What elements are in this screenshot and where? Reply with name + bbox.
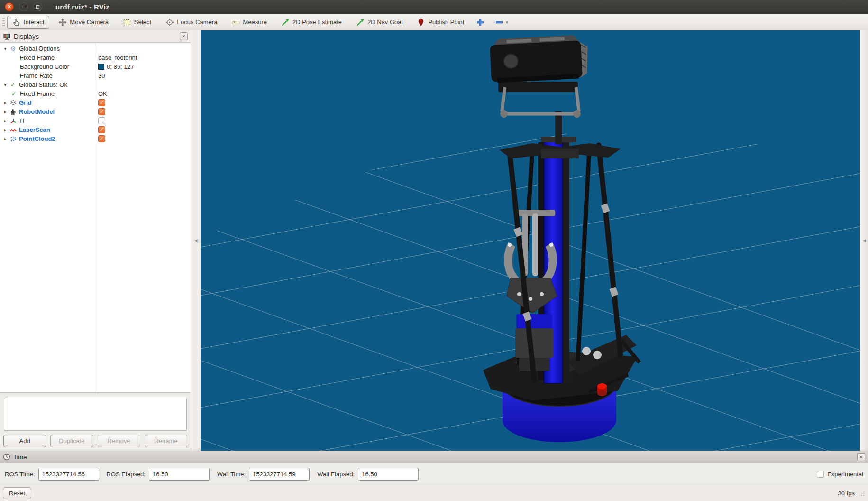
panel-close-button[interactable]: ✕	[180, 32, 188, 40]
duplicate-button[interactable]: Duplicate	[50, 435, 93, 447]
displays-tree: ▾ ⚙ Global Options Fixed Frame base_foot…	[0, 43, 191, 393]
time-panel-header[interactable]: Time ✕	[0, 451, 868, 463]
tool-label: 2D Nav Goal	[367, 19, 402, 26]
tool-label: Measure	[243, 19, 267, 26]
3d-viewport[interactable]	[201, 30, 860, 451]
property-value[interactable]: 30	[98, 72, 105, 79]
expander-icon[interactable]: ▸	[2, 127, 9, 132]
tree-column-divider[interactable]	[95, 43, 95, 392]
window-minimize-button[interactable]: −	[19, 2, 28, 11]
tree-row-frame-rate[interactable]: Frame Rate 30	[0, 71, 191, 80]
expander-icon[interactable]: ▾	[2, 46, 9, 51]
check-icon: ✓	[100, 127, 104, 132]
tree-row-robotmodel[interactable]: ▸ RobotModel ✓	[0, 107, 191, 116]
main-area: Displays ✕ ▾ ⚙ Global Options Fixed Fram…	[0, 30, 868, 451]
close-icon: ✕	[182, 34, 185, 39]
tf-checkbox[interactable]: ✓	[98, 117, 105, 124]
window-title: urdf.rviz* - RViz	[55, 3, 110, 11]
grid-checkbox[interactable]: ✓	[98, 99, 105, 106]
tree-row-global-status[interactable]: ▾ ✓ Global Status: Ok	[0, 80, 191, 89]
robot-model	[483, 34, 640, 442]
minimize-icon: −	[22, 4, 25, 9]
close-icon: ✕	[7, 4, 11, 9]
tool-2d-nav-goal[interactable]: 2D Nav Goal	[351, 16, 408, 29]
pointcloud2-checkbox[interactable]: ✓	[98, 135, 105, 142]
expander-icon[interactable]: ▸	[2, 100, 9, 105]
toolbar-drag-handle[interactable]	[2, 18, 5, 27]
fps-indicator: 30 fps	[838, 490, 865, 497]
tree-row-fixed-frame[interactable]: Fixed Frame base_footprint	[0, 53, 191, 62]
map-pin-icon	[417, 18, 425, 27]
title-bar: ✕ − urdf.rviz* - RViz	[0, 0, 868, 14]
robotmodel-checkbox[interactable]: ✓	[98, 108, 105, 115]
move-arrows-icon	[58, 18, 67, 27]
expander-icon[interactable]: ▸	[2, 118, 9, 123]
expander-icon[interactable]: ▾	[2, 82, 9, 87]
rviz-window: ✕ − urdf.rviz* - RViz Interact Move Came…	[0, 0, 868, 501]
time-panel-title: Time	[13, 454, 27, 461]
remove-tool-button[interactable]: ▾	[492, 16, 511, 28]
status-check-icon: ✓	[9, 81, 18, 88]
reset-button[interactable]: Reset	[3, 487, 31, 499]
toolbar: Interact Move Camera Select Focus Camera…	[0, 14, 868, 30]
tree-row-tf[interactable]: ▸ TF ✓	[0, 116, 191, 125]
tool-interact[interactable]: Interact	[7, 16, 49, 29]
check-icon: ✓	[100, 100, 104, 105]
add-button[interactable]: Add	[3, 435, 46, 447]
tool-label: Publish Point	[428, 19, 464, 26]
wall-time-input[interactable]	[249, 468, 310, 481]
window-close-button[interactable]: ✕	[5, 2, 14, 11]
resize-grip[interactable]	[859, 490, 865, 497]
tree-row-laserscan[interactable]: ▸ LaserScan ✓	[0, 125, 191, 134]
status-check-icon: ✓	[9, 90, 18, 97]
add-tool-button[interactable]	[473, 16, 487, 28]
time-panel-close-button[interactable]: ✕	[857, 453, 865, 461]
property-value: OK	[98, 90, 107, 97]
tool-label: Interact	[24, 19, 44, 26]
ros-elapsed-input[interactable]	[149, 468, 210, 481]
check-icon: ✓	[100, 109, 104, 114]
tool-focus-camera[interactable]: Focus Camera	[160, 16, 222, 29]
color-swatch[interactable]	[98, 64, 104, 70]
ros-time-field: ROS Time:	[5, 468, 99, 481]
tool-label: Select	[134, 19, 151, 26]
expander-icon[interactable]: ▸	[2, 109, 9, 114]
tree-row-status-fixed-frame[interactable]: ✓ Fixed Frame OK	[0, 89, 191, 98]
displays-panel-header[interactable]: Displays ✕	[0, 30, 191, 43]
property-value[interactable]: base_footprint	[98, 54, 137, 61]
tree-row-pointcloud2[interactable]: ▸ PointCloud2 ✓	[0, 134, 191, 143]
collapse-left-icon: ◀	[863, 238, 866, 243]
tool-select[interactable]: Select	[118, 16, 156, 29]
tool-label: Move Camera	[70, 19, 109, 26]
displays-panel: Displays ✕ ▾ ⚙ Global Options Fixed Fram…	[0, 30, 191, 451]
laserscan-checkbox[interactable]: ✓	[98, 126, 105, 133]
remove-button[interactable]: Remove	[98, 435, 140, 447]
wall-elapsed-field: Wall Elapsed:	[317, 468, 419, 481]
ruler-icon	[231, 18, 240, 27]
3d-scene	[201, 30, 860, 451]
tool-label: Focus Camera	[177, 19, 217, 26]
tool-publish-point[interactable]: Publish Point	[411, 16, 469, 29]
tool-2d-pose-estimate[interactable]: 2D Pose Estimate	[276, 16, 347, 29]
tree-row-global-options[interactable]: ▾ ⚙ Global Options	[0, 44, 191, 53]
rename-button[interactable]: Rename	[145, 435, 187, 447]
window-maximize-button[interactable]	[33, 2, 42, 11]
tree-row-grid[interactable]: ▸ Grid ✓	[0, 98, 191, 107]
panel-collapse-handle-left[interactable]: ◀	[191, 30, 201, 451]
displays-buttons: Add Duplicate Remove Rename	[0, 435, 191, 451]
experimental-checkbox[interactable]	[817, 471, 824, 478]
wall-elapsed-input[interactable]	[358, 468, 419, 481]
chevron-down-icon[interactable]: ▾	[506, 20, 508, 25]
expander-icon[interactable]: ▸	[2, 136, 9, 141]
tool-measure[interactable]: Measure	[226, 16, 272, 29]
tree-row-background-color[interactable]: Background Color 0; 85; 127	[0, 62, 191, 71]
grid-icon	[9, 99, 18, 107]
property-value[interactable]: 0; 85; 127	[107, 63, 134, 70]
panel-title: Displays	[14, 33, 39, 40]
laser-scan-icon	[9, 126, 18, 134]
tool-move-camera[interactable]: Move Camera	[53, 16, 114, 29]
panel-collapse-handle-right[interactable]: ◀	[860, 30, 868, 451]
minus-icon	[495, 18, 503, 27]
ros-time-input[interactable]	[38, 468, 99, 481]
time-panel-body: ROS Time: ROS Elapsed: Wall Time: Wall E…	[0, 463, 868, 485]
